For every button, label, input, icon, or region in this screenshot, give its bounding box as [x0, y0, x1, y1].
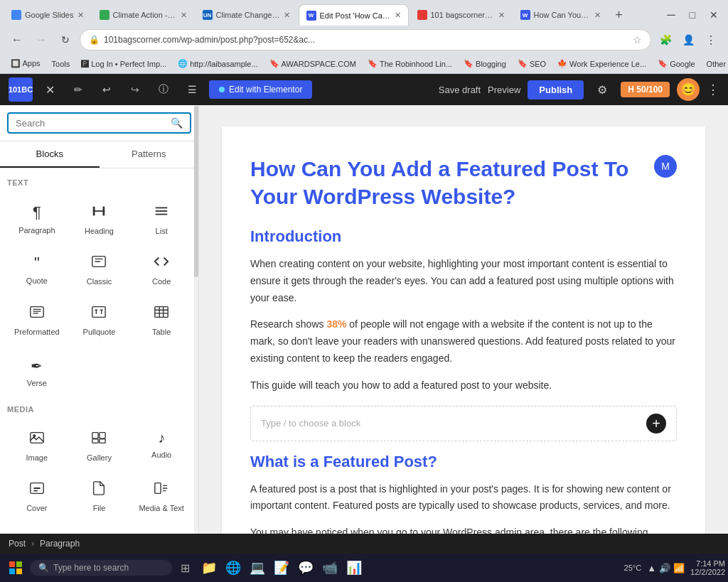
- taskbar-whatsapp[interactable]: 💬: [294, 556, 317, 579]
- mammoth-icon[interactable]: M: [654, 155, 677, 178]
- reload-button[interactable]: ↻: [55, 30, 75, 50]
- bookmark-work[interactable]: 🍁 Work Experience Le...: [554, 58, 650, 70]
- block-quote[interactable]: " Quote: [7, 244, 67, 292]
- tab-close-icon[interactable]: ✕: [284, 11, 290, 20]
- bookmark-laiba[interactable]: 🌐 http://laibasample...: [174, 58, 261, 70]
- image-icon: [29, 430, 45, 449]
- wp-logo[interactable]: 101BC: [9, 77, 33, 102]
- profile-icon[interactable]: 👤: [678, 30, 698, 50]
- forward-button[interactable]: →: [31, 30, 51, 50]
- preview-button[interactable]: Preview: [488, 85, 520, 95]
- tab-close-icon[interactable]: ✕: [594, 11, 601, 20]
- back-button[interactable]: ←: [7, 30, 27, 50]
- block-heading[interactable]: Heading: [70, 194, 129, 242]
- taskbar-search-box[interactable]: 🔍 Type here to search: [30, 560, 172, 576]
- tab-blocks[interactable]: Blocks: [0, 141, 100, 168]
- block-preformatted[interactable]: Preformatted: [7, 295, 67, 343]
- block-file[interactable]: File: [70, 471, 129, 519]
- tab-close-icon[interactable]: ✕: [395, 11, 401, 20]
- bookmark-log-in[interactable]: 🅿 Log In • Perfect Imp...: [77, 58, 170, 70]
- taskbar-file-manager[interactable]: 📁: [198, 556, 220, 579]
- block-gallery[interactable]: Gallery: [70, 421, 129, 468]
- edit-with-elementor-button[interactable]: Edit with Elementor: [209, 80, 312, 99]
- list-view-button[interactable]: ☰: [181, 78, 203, 101]
- taskbar-word[interactable]: 📝: [270, 556, 293, 579]
- taskbar-time[interactable]: 7:14 PM 12/2/2022: [690, 559, 725, 576]
- svg-rect-13: [100, 433, 105, 438]
- bookmark-tools[interactable]: Tools: [48, 58, 74, 70]
- sidebar-scrollbar[interactable]: [194, 105, 198, 534]
- close-button[interactable]: ✕: [704, 8, 724, 22]
- new-tab-button[interactable]: +: [609, 5, 629, 25]
- block-media-text[interactable]: Media & Text: [132, 471, 191, 519]
- publish-button[interactable]: Publish: [528, 80, 584, 99]
- maximize-button[interactable]: □: [684, 8, 701, 22]
- undo-button[interactable]: ↩: [95, 78, 118, 101]
- more-options-icon[interactable]: ⋮: [707, 82, 719, 97]
- block-paragraph[interactable]: ¶ Paragraph: [7, 194, 67, 242]
- file-label: File: [93, 504, 106, 512]
- block-image[interactable]: Image: [7, 421, 67, 468]
- media-section-label: MEDIA: [7, 405, 191, 414]
- tab-patterns[interactable]: Patterns: [100, 141, 199, 168]
- taskbar-code[interactable]: 💻: [246, 556, 269, 579]
- taskbar-zoom[interactable]: 📹: [318, 556, 341, 579]
- taskbar-system-icons[interactable]: ▲🔊📶: [647, 563, 685, 573]
- block-pullquote[interactable]: Pullquote: [70, 295, 129, 343]
- taskbar-temp[interactable]: 25°C: [624, 564, 642, 572]
- search-input[interactable]: [16, 118, 166, 129]
- table-icon: [154, 304, 169, 323]
- settings-gear-icon[interactable]: ⚙: [591, 78, 614, 101]
- bookmark-award[interactable]: 🔖 AWARDSPACE.COM: [266, 58, 360, 70]
- list-label: List: [156, 227, 168, 235]
- taskbar-task-view[interactable]: ⊞: [173, 556, 196, 579]
- bookmark-google[interactable]: 🔖 Google: [654, 58, 698, 70]
- extensions-icon[interactable]: 🧩: [655, 30, 675, 50]
- gallery-label: Gallery: [87, 453, 112, 462]
- address-bar-row: ← → ↻ 🔒 101bagscorner.com/wp-admin/post.…: [0, 26, 728, 54]
- tab-close-icon[interactable]: ✕: [77, 11, 84, 20]
- block-cover[interactable]: Cover: [7, 471, 67, 519]
- tab-close-icon[interactable]: ✕: [498, 11, 505, 20]
- info-button[interactable]: ⓘ: [152, 78, 175, 101]
- tab-bagscorner[interactable]: 101 bagscorner - C... ✕: [410, 4, 512, 26]
- block-verse[interactable]: ✒ Verse: [7, 348, 67, 394]
- tab-edit-post[interactable]: W Edit Post 'How Can... ✕: [299, 4, 409, 26]
- bookmark-other[interactable]: Other bookmarks: [703, 58, 728, 70]
- bookmark-apps[interactable]: 🔲 Apps: [7, 58, 44, 70]
- search-icon[interactable]: 🔍: [171, 117, 183, 129]
- quote-icon: ": [34, 254, 40, 272]
- taskbar-chrome[interactable]: 🌐: [222, 556, 245, 579]
- avatar-button[interactable]: 😊: [677, 78, 700, 101]
- save-draft-button[interactable]: Save draft: [439, 85, 481, 95]
- block-placeholder[interactable]: Type / to choose a block +: [250, 406, 677, 441]
- taskbar-powerpoint[interactable]: 📊: [343, 556, 365, 579]
- bookmark-blogging[interactable]: 🔖 Blogging: [460, 58, 510, 70]
- bookmark-robinhood[interactable]: 🔖 The Robinhood Lin...: [364, 58, 456, 70]
- redo-button[interactable]: ↪: [124, 78, 146, 101]
- block-code[interactable]: Code: [132, 244, 191, 292]
- tab-climate-change[interactable]: UN Climate Change - ... ✕: [196, 4, 297, 26]
- tab-close-icon[interactable]: ✕: [181, 11, 187, 20]
- breadcrumb-post[interactable]: Post: [9, 539, 26, 549]
- address-box[interactable]: 🔒 101bagscorner.com/wp-admin/post.php?po…: [80, 29, 651, 50]
- tab-google-slides[interactable]: Google Slides ✕: [4, 4, 91, 26]
- score-badge[interactable]: H 50/100: [621, 82, 670, 97]
- browser-menu-icon[interactable]: ⋮: [701, 30, 721, 50]
- star-icon[interactable]: ☆: [633, 34, 642, 45]
- minimize-button[interactable]: ─: [661, 7, 680, 23]
- tab-bar: Google Slides ✕ Climate Action - G... ✕ …: [0, 0, 728, 26]
- add-block-button[interactable]: +: [646, 414, 666, 433]
- tab-climate-action[interactable]: Climate Action - G... ✕: [92, 4, 194, 26]
- start-button[interactable]: [3, 555, 28, 581]
- tab-how-can[interactable]: W How Can You Add... ✕: [513, 4, 608, 26]
- edit-pen-button[interactable]: ✏: [67, 78, 90, 101]
- close-editor-button[interactable]: ✕: [38, 78, 61, 101]
- block-classic[interactable]: Classic: [70, 244, 129, 292]
- breadcrumb-paragraph[interactable]: Paragraph: [40, 539, 80, 549]
- block-list[interactable]: List: [132, 194, 191, 242]
- bookmark-seo[interactable]: 🔖 SEO: [514, 58, 550, 70]
- block-audio[interactable]: ♪ Audio: [132, 421, 191, 468]
- audio-icon: ♪: [158, 430, 165, 446]
- block-table[interactable]: Table: [132, 295, 191, 343]
